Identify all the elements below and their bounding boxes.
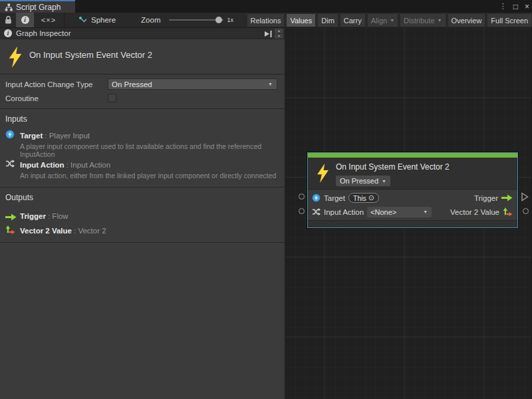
titlebar: Script Graph ⋮ □ ×: [0, 0, 532, 13]
overview-button[interactable]: Overview: [448, 14, 485, 27]
lock-button[interactable]: [0, 13, 16, 27]
input-type: : Input Action: [66, 161, 111, 169]
output-trigger-item: Trigger: Flow: [20, 209, 68, 221]
distribute-button[interactable]: Distribute ▼: [400, 14, 445, 27]
chevron-down-icon: ▼: [423, 209, 428, 214]
maximize-icon[interactable]: □: [513, 3, 518, 11]
inspector-toggle-button[interactable]: i: [16, 13, 34, 27]
trigger-output-port[interactable]: [521, 192, 529, 204]
event-mode-dropdown[interactable]: On Pressed ▼: [336, 176, 390, 186]
chevron-down-icon: ▼: [390, 18, 394, 23]
graph-owner-icon: [78, 16, 87, 25]
player-input-icon: [5, 130, 15, 142]
inputs-section: Inputs Target: Player Input A player inp…: [0, 109, 285, 188]
carry-button[interactable]: Carry: [340, 14, 365, 27]
outputs-section: Outputs Trigger: Flow: [0, 188, 285, 243]
node-footer: [308, 220, 517, 227]
zoom-slider[interactable]: [169, 19, 223, 21]
node-body: Target This ⊙ Trigger: [308, 190, 517, 220]
graph-inspector-panel: i Graph Inspector ▲ ▼: [0, 28, 285, 399]
input-action-port-label: Input Action: [324, 208, 364, 216]
graph-inspector-title: Graph Inspector: [16, 29, 70, 37]
input-action-dropdown[interactable]: <None> ▼: [367, 207, 432, 217]
zoom-slider-handle[interactable]: [215, 17, 222, 23]
graph-inspector-header: i Graph Inspector ▲ ▼: [0, 28, 285, 39]
object-picker-icon[interactable]: ⊙: [368, 194, 374, 201]
input-action-value: <None>: [370, 208, 396, 216]
window-controls: ⋮ □ ×: [499, 0, 529, 13]
node-header: On Input System Event Vector 2 On Presse…: [308, 158, 517, 190]
hierarchy-icon: [5, 3, 13, 11]
values-button[interactable]: Values: [287, 14, 315, 27]
dock-panel-icon[interactable]: [263, 30, 273, 38]
input-description: An input action, either from the linked …: [20, 172, 285, 180]
input-target-item: Target: Player Input A player input comp…: [20, 129, 285, 158]
fullscreen-button[interactable]: Full Screen: [487, 14, 531, 27]
graph-owner-label: Sphere: [91, 16, 116, 24]
flow-arrow-icon: [501, 194, 513, 201]
inputs-heading: Inputs: [5, 114, 27, 124]
node-title: On Input System Event Vector 2: [336, 162, 450, 172]
input-action-icon: [5, 159, 15, 171]
align-button[interactable]: Align ▼: [368, 14, 398, 27]
spin-up-button[interactable]: ▲: [275, 29, 283, 33]
lock-icon: [4, 15, 13, 25]
outputs-heading: Outputs: [5, 193, 33, 202]
input-name: Target: [20, 132, 43, 140]
panel-spinner: ▲ ▼: [275, 29, 283, 39]
output-type: : Vector 2: [74, 227, 106, 235]
toolbar-buttons: Relations Values Dim Carry Align ▼ Distr…: [247, 14, 532, 27]
target-input-port[interactable]: [299, 194, 305, 200]
chevron-down-icon: ▼: [382, 179, 386, 184]
input-description: A player input component used to list av…: [20, 143, 285, 158]
tab-script-graph[interactable]: Script Graph: [0, 0, 75, 13]
trigger-port-label: Trigger: [474, 194, 498, 202]
lightning-bolt-icon: [7, 47, 23, 68]
change-type-value: On Pressed: [112, 80, 152, 88]
graph-canvas[interactable]: On Input System Event Vector 2 On Presse…: [285, 28, 531, 399]
input-type: : Player Input: [45, 132, 90, 140]
event-node-wrapper: On Input System Event Vector 2 On Presse…: [307, 152, 518, 228]
tab-title: Script Graph: [16, 3, 61, 12]
inspector-header-controls: ▲ ▼: [263, 28, 283, 39]
chevron-down-icon: ▼: [268, 82, 273, 86]
inspected-node-title-block: On Input System Event Vector 2: [0, 39, 285, 74]
info-icon: i: [21, 16, 29, 24]
event-mode-value: On Pressed: [340, 177, 378, 185]
on-input-system-event-node[interactable]: On Input System Event Vector 2 On Presse…: [307, 152, 518, 228]
zoom-level: 1x: [227, 17, 234, 23]
output-vector2-item: Vector 2 Value: Vector 2: [20, 224, 106, 236]
distribute-label: Distribute: [404, 17, 434, 25]
vector2-output-port[interactable]: [523, 208, 529, 214]
input-action-icon: [312, 207, 321, 216]
input-action-input-port[interactable]: [299, 208, 305, 214]
input-action-item: Input Action: Input Action An input acti…: [20, 158, 285, 180]
vector2-icon: [5, 225, 15, 237]
align-label: Align: [371, 17, 387, 25]
output-type: : Flow: [48, 212, 68, 220]
code-view-button[interactable]: <×>: [34, 13, 63, 27]
info-icon: i: [4, 29, 12, 37]
chevron-down-icon: ▼: [438, 18, 442, 23]
spin-down-button[interactable]: ▼: [275, 34, 283, 39]
change-type-dropdown[interactable]: On Pressed ▼: [108, 78, 277, 90]
target-value-chip[interactable]: This ⊙: [348, 193, 379, 203]
target-value: This: [353, 194, 366, 202]
close-icon[interactable]: ×: [525, 3, 529, 11]
dim-button[interactable]: Dim: [318, 14, 338, 27]
graph-context: Sphere: [65, 16, 122, 25]
flow-arrow-icon: [5, 211, 17, 223]
relations-button[interactable]: Relations: [247, 14, 285, 27]
lightning-bolt-icon: [317, 164, 329, 183]
zoom-label: Zoom: [141, 16, 160, 24]
graph-toolbar: i <×> Sphere Zoom 1x: [0, 13, 532, 28]
output-name: Trigger: [20, 212, 46, 220]
vector2-icon: [503, 207, 513, 217]
toolbar-left: i <×> Sphere Zoom 1x: [0, 13, 233, 27]
script-graph-window: Script Graph ⋮ □ × i <×>: [0, 0, 532, 399]
window-menu-icon[interactable]: ⋮: [499, 3, 507, 10]
inspected-node-title: On Input System Event Vector 2: [29, 50, 152, 60]
node-settings-section: Input Action Change Type On Pressed ▼ Co…: [0, 74, 285, 109]
node-row-target: Target This ⊙ Trigger: [308, 191, 517, 205]
coroutine-checkbox[interactable]: [108, 94, 116, 102]
